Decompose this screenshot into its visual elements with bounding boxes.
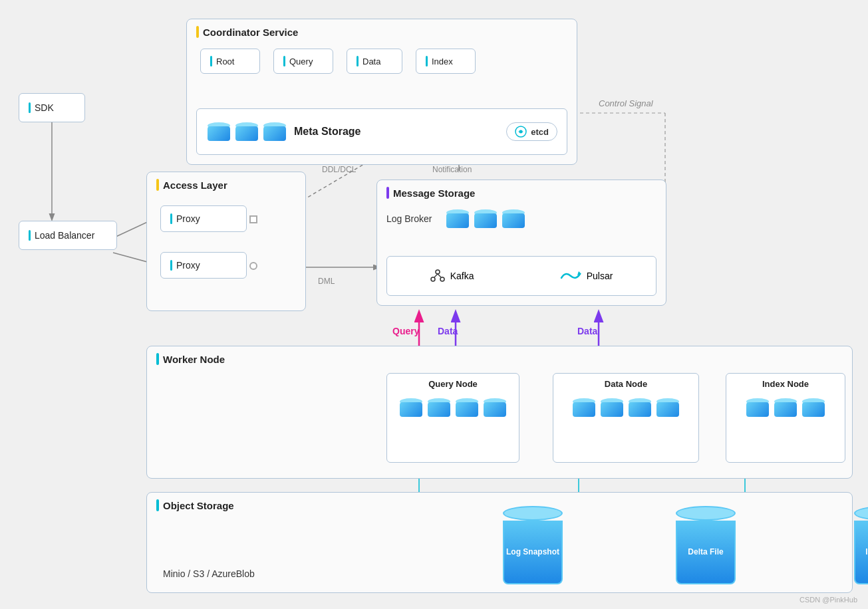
lb-bar xyxy=(29,230,31,241)
query-node-subbox: Query Node xyxy=(386,373,519,463)
pulsar-item: Pulsar xyxy=(560,269,613,283)
broker-db-3 xyxy=(502,209,525,228)
proxy1-circle xyxy=(249,215,257,223)
meta-storage-label: Meta Storage xyxy=(294,126,500,138)
message-storage-box: Message Storage Log Broker xyxy=(376,180,666,306)
etcd-badge: etcd xyxy=(506,122,557,141)
svg-point-19 xyxy=(436,270,440,274)
kafka-pulsar-row: Kafka Pulsar xyxy=(386,256,656,296)
svg-line-22 xyxy=(434,274,438,277)
index-node-label: Index Node xyxy=(726,379,845,389)
svg-line-23 xyxy=(438,274,441,277)
svg-point-18 xyxy=(519,130,523,134)
ddl-dcl-label: DDL/DCL xyxy=(322,165,356,174)
index-dbs xyxy=(726,398,845,417)
lb-label: Load Balancer xyxy=(35,230,94,241)
index-file-cyl: Index File xyxy=(851,506,868,584)
log-broker-row: Log Broker xyxy=(386,209,656,228)
root-node: Root xyxy=(200,49,260,74)
log-broker-label: Log Broker xyxy=(386,213,432,224)
broker-db-2 xyxy=(474,209,497,228)
kafka-label: Kafka xyxy=(450,271,474,281)
pulsar-icon xyxy=(560,269,581,283)
data-node-label: Data Node xyxy=(553,379,698,389)
worker-node-box: Worker Node Query Node Data Node I xyxy=(146,346,853,479)
etcd-icon xyxy=(515,126,527,138)
meta-db-2 xyxy=(235,122,258,141)
message-storage-label: Message Storage xyxy=(386,187,475,199)
coordinator-bar xyxy=(196,26,199,38)
dml-label: DML xyxy=(318,277,335,286)
load-balancer-box: Load Balancer xyxy=(19,221,117,250)
query-coord-node: Query xyxy=(273,49,333,74)
kafka-icon xyxy=(430,269,445,283)
svg-point-21 xyxy=(440,277,444,281)
svg-point-20 xyxy=(431,277,435,281)
query-dbs xyxy=(387,398,519,417)
query-arrow-label: Query xyxy=(392,326,419,336)
kafka-item: Kafka xyxy=(430,269,474,283)
proxy-1-box: Proxy xyxy=(160,205,247,232)
meta-db-3 xyxy=(263,122,286,141)
data-dbs xyxy=(553,398,698,417)
data-left-arrow-label: Data xyxy=(438,326,458,336)
coordinator-label: Coordinator Service xyxy=(196,26,298,38)
access-layer-box: Access Layer Proxy Proxy xyxy=(146,172,306,311)
query-node-label: Query Node xyxy=(387,379,519,389)
log-snapshot-cyl: Log Snapshot xyxy=(500,506,566,584)
object-storage-box: Object Storage Minio / S3 / AzureBlob Lo… xyxy=(146,492,853,593)
meta-storage-cylinders xyxy=(206,122,287,141)
control-signal-label: Control Signal xyxy=(599,98,653,108)
worker-node-label: Worker Node xyxy=(156,353,225,365)
pulsar-label: Pulsar xyxy=(587,271,613,281)
watermark: CSDN @PinkHub xyxy=(799,596,857,604)
data-right-arrow-label: Data xyxy=(577,326,597,336)
notification-label: Notification xyxy=(432,165,472,174)
access-layer-label: Access Layer xyxy=(156,179,227,191)
sdk-label: SDK xyxy=(35,102,54,113)
architecture-diagram: SDK Load Balancer Coordinator Service Ro… xyxy=(0,0,868,609)
sdk-bar xyxy=(29,102,31,113)
sdk-box: SDK xyxy=(19,93,85,122)
etcd-label: etcd xyxy=(531,127,549,137)
object-storage-label: Object Storage xyxy=(156,499,234,511)
delta-file-cyl: Delta File xyxy=(672,506,739,584)
data-node-subbox: Data Node xyxy=(553,373,699,463)
proxy2-circle xyxy=(249,262,257,270)
index-coord-node: Index xyxy=(416,49,476,74)
data-coord-node: Data xyxy=(347,49,402,74)
index-node-subbox: Index Node xyxy=(726,373,845,463)
coordinator-service-box: Coordinator Service Root Query Data Inde… xyxy=(186,19,577,165)
minio-label: Minio / S3 / AzureBlob xyxy=(163,568,255,579)
proxy-2-box: Proxy xyxy=(160,252,247,279)
broker-db-1 xyxy=(446,209,469,228)
meta-db-1 xyxy=(208,122,230,141)
